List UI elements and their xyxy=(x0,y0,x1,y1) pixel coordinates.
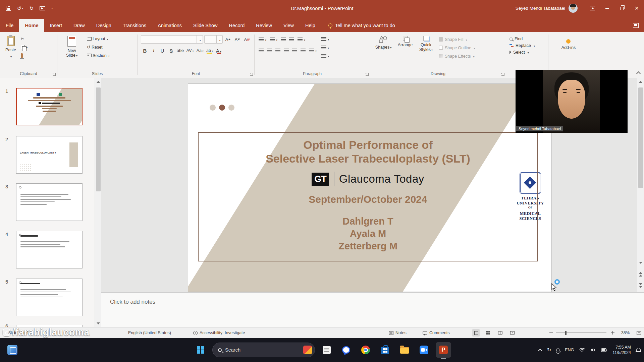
addins-button[interactable]: Add-ins xyxy=(560,38,577,51)
sync-icon[interactable]: ↻ xyxy=(547,347,551,353)
app-icon-store[interactable] xyxy=(377,342,393,358)
input-language[interactable]: ENG xyxy=(565,348,574,352)
underline-button[interactable]: U xyxy=(158,47,166,55)
show-hidden-icons-button[interactable] xyxy=(538,349,542,353)
taskbar-search[interactable]: Search xyxy=(212,343,315,357)
convert-smartart-button[interactable] xyxy=(321,52,330,59)
maximize-button[interactable] xyxy=(614,0,629,16)
account-avatar[interactable] xyxy=(569,4,578,13)
font-name-combo[interactable] xyxy=(141,35,203,44)
paste-dropdown[interactable] xyxy=(10,54,12,59)
shape-outline-button[interactable]: Shape Outline xyxy=(439,44,475,51)
tab-review[interactable]: Review xyxy=(250,19,278,32)
text-shadow-button[interactable]: S xyxy=(167,47,175,55)
font-color-button[interactable]: A xyxy=(215,47,223,55)
thumbnail-scrollbar[interactable] xyxy=(95,78,101,327)
fit-slide-button[interactable] xyxy=(637,327,641,338)
notes-pane[interactable]: Click to add notes xyxy=(101,292,644,327)
thumbnail-slide-3[interactable] xyxy=(16,183,83,221)
change-case-button[interactable]: Aa xyxy=(196,47,205,55)
scrollbar-thumb[interactable] xyxy=(638,87,643,188)
clock[interactable]: 7:55 AM 11/5/2024 xyxy=(612,345,631,355)
feedback-icon[interactable] xyxy=(633,23,639,28)
normal-view-button[interactable] xyxy=(472,329,480,337)
line-spacing-button[interactable] xyxy=(297,35,306,43)
account-name[interactable]: Seyed Mehdi Tabatabaei xyxy=(516,6,565,11)
tab-record[interactable]: Record xyxy=(223,19,251,32)
volume-icon[interactable] xyxy=(591,348,596,352)
app-icon-zoom[interactable] xyxy=(416,342,432,358)
start-slideshow-button[interactable] xyxy=(40,6,45,10)
tell-me-box[interactable]: Tell me what you want to do xyxy=(328,19,395,32)
notes-placeholder[interactable]: Click to add notes xyxy=(110,299,155,305)
cut-button[interactable]: ✂ xyxy=(19,35,29,43)
app-icon-chrome[interactable] xyxy=(358,342,373,358)
section-button[interactable]: Section xyxy=(86,51,111,60)
battery-icon[interactable] xyxy=(601,348,607,352)
comments-toggle[interactable]: Comments xyxy=(423,327,449,338)
slideshow-view-button[interactable] xyxy=(508,329,516,337)
language-status[interactable]: English (United States) xyxy=(128,327,171,338)
collapse-ribbon-button[interactable] xyxy=(636,71,641,76)
notification-bell-icon[interactable] xyxy=(636,348,641,352)
justify-button[interactable] xyxy=(283,46,289,54)
thumbnail-slide-1[interactable] xyxy=(16,88,83,125)
tab-transitions[interactable]: Transitions xyxy=(117,19,152,32)
zoom-slider[interactable] xyxy=(556,327,606,338)
scroll-up-button[interactable] xyxy=(95,78,102,85)
zoom-in-button[interactable] xyxy=(611,327,614,338)
customize-qat-button[interactable]: ▾ xyxy=(51,7,53,10)
select-button[interactable]: Select xyxy=(509,50,548,55)
drawing-dialog-launcher[interactable] xyxy=(501,73,504,76)
redo-button[interactable]: ↻ xyxy=(30,5,34,11)
tab-file[interactable]: File xyxy=(0,19,19,32)
tab-slide-show[interactable]: Slide Show xyxy=(187,19,223,32)
layout-button[interactable]: Layout xyxy=(86,35,111,43)
tab-design[interactable]: Design xyxy=(91,19,117,32)
scroll-down-button[interactable] xyxy=(637,259,644,266)
close-button[interactable]: × xyxy=(629,0,644,16)
slide-sorter-view-button[interactable] xyxy=(484,329,492,337)
wifi-icon[interactable] xyxy=(579,348,585,352)
character-spacing-button[interactable]: AV xyxy=(185,47,195,55)
numbering-button[interactable] xyxy=(269,35,278,43)
app-icon-chat[interactable] xyxy=(338,342,354,358)
replace-button[interactable]: Replace xyxy=(509,43,548,48)
pinned-app-icon[interactable] xyxy=(7,345,17,355)
font-dialog-launcher[interactable] xyxy=(250,73,253,76)
align-left-button[interactable] xyxy=(258,46,264,54)
decrease-indent-button[interactable] xyxy=(280,35,286,43)
tab-insert[interactable]: Insert xyxy=(44,19,68,32)
accessibility-status[interactable]: Accessibility: Investigate xyxy=(193,327,245,338)
tab-draw[interactable]: Draw xyxy=(68,19,91,32)
tab-help[interactable]: Help xyxy=(300,19,321,32)
arrange-button[interactable]: Arrange xyxy=(395,35,415,60)
undo-button[interactable]: ↺▾ xyxy=(17,5,23,11)
tab-view[interactable]: View xyxy=(278,19,300,32)
new-slide-button[interactable]: New Slide xyxy=(61,35,83,60)
font-size-combo[interactable] xyxy=(204,35,223,44)
grow-font-button[interactable]: A xyxy=(224,36,232,44)
scroll-up-button[interactable] xyxy=(637,78,644,85)
quick-styles-button[interactable]: Quick Styles xyxy=(417,35,435,60)
clear-formatting-button[interactable]: A xyxy=(243,36,251,44)
align-center-button[interactable] xyxy=(266,46,273,54)
ltr-direction-button[interactable] xyxy=(291,46,298,54)
zoom-slider-thumb[interactable] xyxy=(565,331,567,335)
highlight-color-button[interactable]: ab xyxy=(205,47,214,55)
thumbnail-slide-5[interactable] xyxy=(16,279,83,316)
copy-button[interactable] xyxy=(19,43,29,51)
ribbon-display-options-button[interactable] xyxy=(585,0,600,16)
columns-button[interactable] xyxy=(308,46,317,54)
shape-effects-button[interactable]: Shape Effects xyxy=(439,53,475,60)
scrollbar-thumb[interactable] xyxy=(96,87,101,191)
shape-fill-button[interactable]: Shape Fill xyxy=(439,36,475,43)
app-icon-file-explorer[interactable] xyxy=(397,342,412,358)
next-slide-button[interactable] xyxy=(637,281,644,291)
tab-animations[interactable]: Animations xyxy=(152,19,187,32)
reading-view-button[interactable] xyxy=(496,329,504,337)
tab-home[interactable]: Home xyxy=(19,19,44,32)
clipboard-dialog-launcher[interactable] xyxy=(53,73,56,76)
thumbnail-slide-4[interactable] xyxy=(16,231,83,268)
italic-button[interactable]: I xyxy=(150,47,158,55)
